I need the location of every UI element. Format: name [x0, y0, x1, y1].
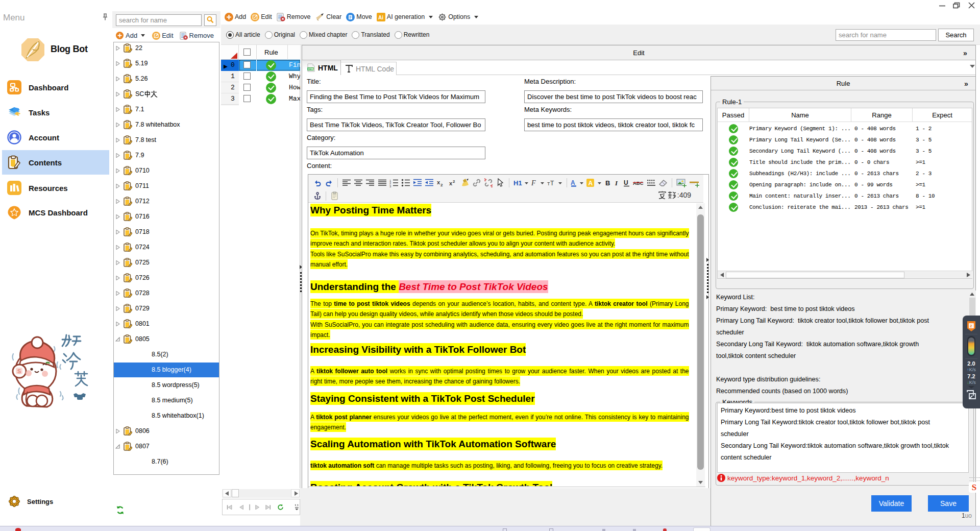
svg-text:HTML: HTML	[308, 68, 314, 70]
svg-text:2: 2	[453, 179, 455, 184]
svg-text:B: B	[605, 179, 610, 187]
svg-text:x: x	[437, 179, 440, 185]
svg-text:2: 2	[970, 324, 972, 328]
svg-text:x: x	[449, 180, 453, 186]
svg-text:ABC: ABC	[633, 180, 644, 186]
svg-text:I: I	[615, 179, 618, 187]
svg-text:A: A	[589, 180, 593, 187]
svg-text:Ai: Ai	[378, 14, 383, 20]
svg-text:2: 2	[440, 183, 443, 187]
svg-text:H1: H1	[513, 179, 522, 187]
svg-text:F: F	[531, 179, 536, 187]
svg-text:T: T	[550, 180, 554, 187]
svg-text:S: S	[17, 368, 21, 374]
svg-text:3: 3	[389, 185, 391, 188]
svg-text:A: A	[571, 179, 575, 186]
svg-text:U: U	[624, 179, 628, 186]
